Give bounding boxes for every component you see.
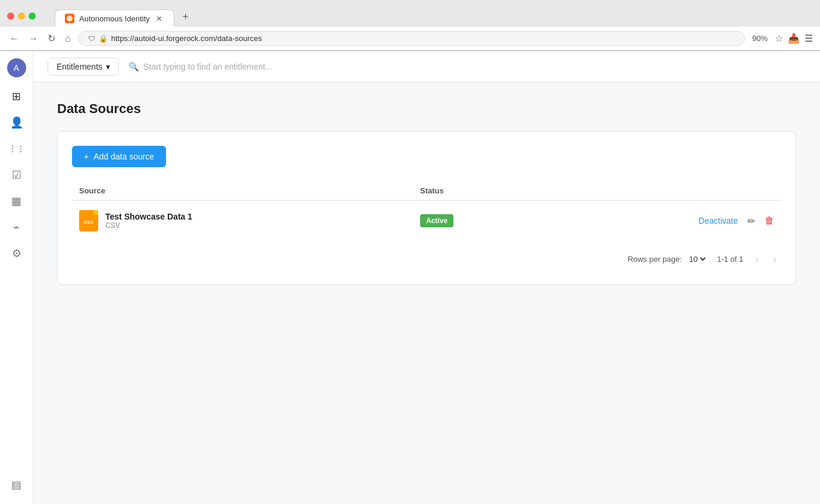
sidebar-item-users[interactable]: 👤 xyxy=(5,111,29,134)
data-sources-table: Source Status xyxy=(72,181,781,241)
tab-favicon xyxy=(65,14,74,23)
sidebar-item-settings[interactable]: ⚙ xyxy=(5,242,29,265)
shield-icon: 🛡 xyxy=(88,35,95,43)
lock-icon: 🔒 xyxy=(99,35,108,43)
search-icon: 🔍 xyxy=(129,62,139,71)
deactivate-button[interactable]: Deactivate xyxy=(699,216,738,226)
status-column-header: Status xyxy=(413,181,540,201)
search-bar[interactable]: 🔍 Start typing to find an entitlement... xyxy=(129,62,426,71)
sidebar-item-rules[interactable]: ⌁ xyxy=(5,215,29,239)
browser-chrome: Autonomous Identity ✕ + ← → ↻ ⌂ 🛡 🔒 http… xyxy=(0,0,820,51)
avatar[interactable]: A xyxy=(7,58,26,77)
source-name: Test Showcase Data 1 xyxy=(105,212,192,221)
users-icon: 👤 xyxy=(10,116,23,129)
rules-icon: ⌁ xyxy=(13,221,20,234)
status-badge: Active xyxy=(420,214,453,227)
page-title: Data Sources xyxy=(57,101,796,117)
tab-bar: Autonomous Identity ✕ + xyxy=(55,7,195,27)
source-cell: CSV Test Showcase Data 1 CSV xyxy=(72,201,413,242)
edit-button[interactable]: ✏ xyxy=(747,215,755,227)
toolbar-icons: 📥 ☰ xyxy=(788,33,813,44)
pocket-icon: 📥 xyxy=(788,33,800,44)
actions-column-header xyxy=(540,181,781,201)
active-tab[interactable]: Autonomous Identity ✕ xyxy=(55,10,174,27)
zoom-level[interactable]: 90% xyxy=(750,32,770,45)
close-button[interactable] xyxy=(7,12,14,20)
plus-icon: + xyxy=(84,152,89,161)
pagination: Rows per page: 10 25 50 1-1 of 1 ‹ › xyxy=(72,241,781,270)
trash-icon: 🗑 xyxy=(765,215,774,226)
address-bar: ← → ↻ ⌂ 🛡 🔒 https://autoid-ui.forgerock.… xyxy=(0,27,820,51)
sidebar-item-tasks[interactable]: ☑ xyxy=(5,163,29,187)
rows-per-page-select[interactable]: 10 25 50 xyxy=(687,254,708,264)
traffic-lights xyxy=(7,12,36,20)
source-type: CSV xyxy=(105,221,192,230)
csv-file-icon: CSV xyxy=(79,210,98,231)
svg-point-0 xyxy=(67,15,73,21)
sidebar: A ⊞ 👤 ⋮⋮ ☑ ▦ ⌁ ⚙ ▤ xyxy=(0,51,33,504)
add-button-label: Add data source xyxy=(93,152,154,161)
tab-title: Autonomous Identity xyxy=(79,14,150,23)
title-bar: Autonomous Identity ✕ + xyxy=(0,0,820,27)
status-cell: Active xyxy=(413,201,540,242)
edit-icon: ✏ xyxy=(747,216,755,226)
home-button[interactable]: ⌂ xyxy=(62,31,73,46)
extensions-icon: ☰ xyxy=(805,33,813,44)
page-info: 1-1 of 1 xyxy=(717,255,743,264)
apps-icon: ⋮⋮ xyxy=(8,144,25,154)
data-sources-card: + Add data source Source Status xyxy=(57,131,796,285)
data-icon: ▦ xyxy=(11,195,21,208)
search-placeholder: Start typing to find an entitlement... xyxy=(143,62,272,71)
delete-button[interactable]: 🗑 xyxy=(765,215,774,226)
tasks-icon: ☑ xyxy=(12,168,21,181)
main-content: Entitlements ▾ 🔍 Start typing to find an… xyxy=(33,51,820,504)
add-data-source-button[interactable]: + Add data source xyxy=(72,146,166,167)
maximize-button[interactable] xyxy=(29,12,36,20)
forward-button[interactable]: → xyxy=(26,31,40,46)
reload-button[interactable]: ↻ xyxy=(45,30,58,46)
next-page-button[interactable]: › xyxy=(771,251,779,268)
top-nav: Entitlements ▾ 🔍 Start typing to find an… xyxy=(33,51,820,82)
table-body: CSV Test Showcase Data 1 CSV Active xyxy=(72,201,781,242)
url-text: https://autoid-ui.forgerock.com/data-sou… xyxy=(111,34,735,43)
page-content: Data Sources + Add data source Source St… xyxy=(33,82,820,504)
minimize-button[interactable] xyxy=(18,12,25,20)
new-tab-button[interactable]: + xyxy=(177,7,195,27)
rows-per-page: Rows per page: 10 25 50 xyxy=(628,254,708,264)
url-bar[interactable]: 🛡 🔒 https://autoid-ui.forgerock.com/data… xyxy=(78,31,745,46)
back-button[interactable]: ← xyxy=(7,31,21,46)
actions-cell: Deactivate ✏ 🗑 xyxy=(540,201,781,242)
table-view-icon: ▤ xyxy=(11,478,21,492)
table-header: Source Status xyxy=(72,181,781,201)
chevron-down-icon: ▾ xyxy=(106,62,110,71)
dashboard-icon: ⊞ xyxy=(12,90,21,103)
entitlements-dropdown[interactable]: Entitlements ▾ xyxy=(48,58,119,76)
sidebar-item-apps[interactable]: ⋮⋮ xyxy=(5,137,29,161)
rows-per-page-label: Rows per page: xyxy=(628,255,682,264)
settings-icon: ⚙ xyxy=(12,247,21,260)
bookmark-button[interactable]: ☆ xyxy=(775,33,783,44)
sidebar-item-data[interactable]: ▦ xyxy=(5,189,29,213)
table-row: CSV Test Showcase Data 1 CSV Active xyxy=(72,201,781,242)
sidebar-item-table-view[interactable]: ▤ xyxy=(5,473,29,497)
tab-close-button[interactable]: ✕ xyxy=(155,14,164,23)
entitlements-label: Entitlements xyxy=(57,62,102,71)
sidebar-bottom: ▤ xyxy=(5,473,29,497)
source-column-header: Source xyxy=(72,181,413,201)
sidebar-item-dashboard[interactable]: ⊞ xyxy=(5,84,29,108)
prev-page-button[interactable]: ‹ xyxy=(753,251,761,268)
app-layout: A ⊞ 👤 ⋮⋮ ☑ ▦ ⌁ ⚙ ▤ xyxy=(0,51,820,504)
